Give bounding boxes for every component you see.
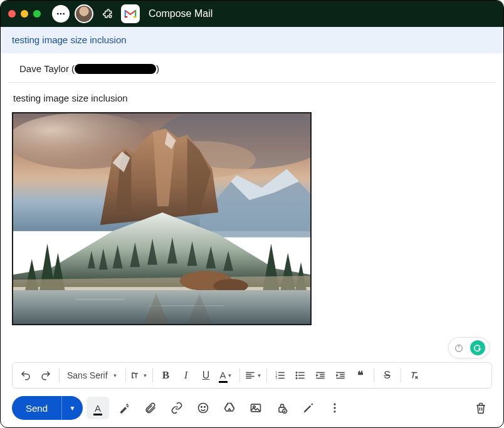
grammarly-logo-icon[interactable] <box>470 340 485 355</box>
profile-avatar[interactable] <box>75 4 93 23</box>
italic-button[interactable]: I <box>177 366 196 385</box>
undo-button[interactable] <box>16 366 35 385</box>
window-titlebar: Compose Mail <box>1 1 503 27</box>
align-button[interactable]: ▼ <box>244 366 263 385</box>
discard-draft-button[interactable] <box>470 397 492 419</box>
insert-link-button[interactable] <box>165 397 188 419</box>
magic-write-button[interactable] <box>113 397 135 419</box>
indent-decrease-button[interactable] <box>311 366 330 385</box>
numbered-list-button[interactable]: 123 <box>271 366 290 385</box>
more-menu-button[interactable] <box>52 5 70 23</box>
redo-button[interactable] <box>36 366 55 385</box>
text-format-toggle-button[interactable]: A <box>87 397 109 419</box>
insert-photo-button[interactable] <box>244 397 267 419</box>
svg-point-29 <box>333 410 335 412</box>
blockquote-button[interactable]: ❝ <box>351 366 370 385</box>
confidential-mode-button[interactable] <box>271 397 293 419</box>
svg-point-28 <box>333 407 335 409</box>
strikethrough-button[interactable]: S <box>378 366 397 385</box>
svg-point-20 <box>199 404 208 413</box>
recipient-email-redacted <box>75 64 156 74</box>
gmail-icon <box>121 4 140 23</box>
extensions-icon[interactable] <box>98 5 116 23</box>
subject-text: testing image size inclusion <box>12 34 127 45</box>
close-window-button[interactable] <box>8 10 16 18</box>
svg-point-1 <box>60 13 62 15</box>
more-options-button[interactable] <box>323 397 346 419</box>
font-size-button[interactable]: ▼ <box>130 366 149 385</box>
subject-field[interactable]: testing image size inclusion <box>1 27 503 53</box>
recipient-name: Dave Taylor <box>19 63 69 74</box>
underline-button[interactable]: U <box>197 366 216 385</box>
svg-point-2 <box>63 13 65 15</box>
maximize-window-button[interactable] <box>33 10 41 18</box>
power-icon[interactable] <box>453 342 465 354</box>
minimize-window-button[interactable] <box>21 10 28 18</box>
body-text-line: testing image size inclusion <box>13 93 492 103</box>
svg-point-19 <box>295 377 297 379</box>
grammarly-widget[interactable] <box>448 337 490 358</box>
svg-point-17 <box>295 372 297 373</box>
formatting-toolbar: Sans Serif▼ ▼ B I U A ▼ ▼ 123 ❝ S <box>12 362 492 389</box>
compose-action-bar: Send ▼ A <box>1 389 503 427</box>
clear-formatting-button[interactable] <box>405 366 424 385</box>
window-title: Compose Mail <box>149 8 213 19</box>
svg-point-22 <box>204 407 206 408</box>
svg-point-18 <box>295 375 297 377</box>
send-options-button[interactable]: ▼ <box>61 396 83 420</box>
svg-point-0 <box>57 13 59 15</box>
svg-text:3: 3 <box>275 377 277 380</box>
recipient-field[interactable]: Dave Taylor () <box>8 56 496 83</box>
font-family-select[interactable]: Sans Serif▼ <box>63 370 122 380</box>
insert-signature-button[interactable] <box>297 397 320 419</box>
insert-emoji-button[interactable] <box>192 397 214 419</box>
email-body[interactable]: testing image size inclusion <box>1 83 503 362</box>
send-button[interactable]: Send <box>12 396 61 420</box>
svg-point-21 <box>201 407 202 408</box>
bulleted-list-button[interactable] <box>291 366 310 385</box>
attach-file-button[interactable] <box>139 397 162 419</box>
bold-button[interactable]: B <box>157 366 176 385</box>
font-family-label: Sans Serif <box>67 370 108 380</box>
text-color-button[interactable]: A ▼ <box>217 366 236 385</box>
traffic-lights <box>8 10 41 18</box>
indent-increase-button[interactable] <box>331 366 350 385</box>
insert-drive-button[interactable] <box>218 397 241 419</box>
send-split-button: Send ▼ <box>12 396 83 420</box>
svg-point-27 <box>333 404 335 405</box>
embedded-image[interactable] <box>12 112 312 325</box>
